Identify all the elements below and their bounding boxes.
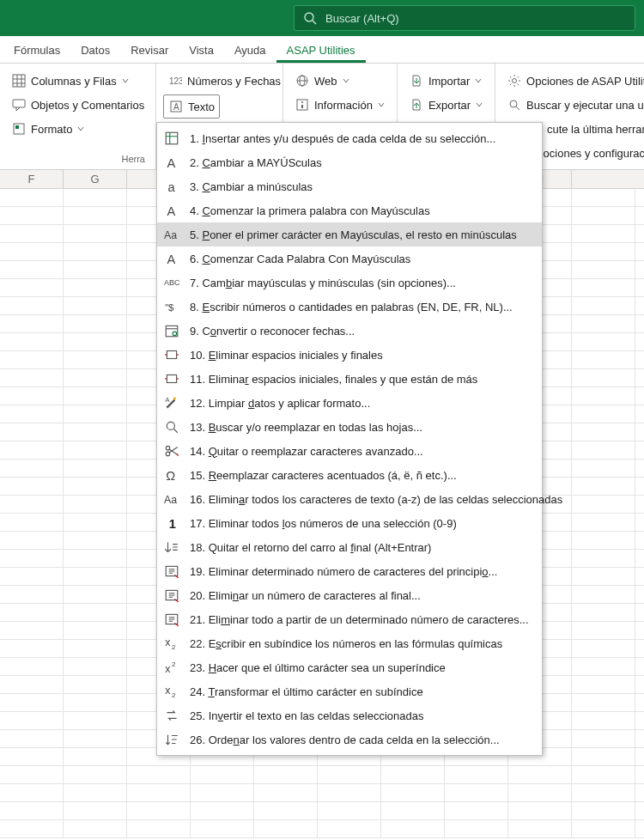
cell[interactable] <box>64 784 127 801</box>
cell[interactable] <box>381 820 445 837</box>
grid-row[interactable] <box>0 784 644 802</box>
cell[interactable] <box>191 802 254 819</box>
cell[interactable] <box>0 712 64 729</box>
grid-row[interactable] <box>0 820 644 838</box>
cell[interactable] <box>0 622 64 639</box>
menu-item-24[interactable]: x224. Transformar el último carácter en … <box>157 679 542 703</box>
menu-item-21[interactable]: 21. Eliminar todo a partir de un determi… <box>157 607 542 631</box>
cell[interactable] <box>0 586 64 603</box>
cell[interactable] <box>64 423 127 441</box>
cell[interactable] <box>318 802 381 819</box>
cell[interactable] <box>0 658 64 675</box>
cell[interactable] <box>572 820 635 837</box>
cell[interactable] <box>64 730 127 747</box>
menu-item-11[interactable]: 11. Eliminar espacios iniciales, finales… <box>157 367 542 391</box>
menu-item-12[interactable]: A12. Limpiar datos y aplicar formato... <box>157 391 542 415</box>
cell[interactable] <box>127 784 191 801</box>
cell[interactable] <box>572 207 635 224</box>
cell[interactable] <box>127 802 191 819</box>
cell[interactable] <box>191 784 254 801</box>
menu-item-14[interactable]: 14. Quitar o reemplazar caracteres avanz… <box>157 439 542 463</box>
objetos-comentarios-button[interactable]: Objetos y Comentarios <box>7 93 149 117</box>
cell[interactable] <box>572 279 635 296</box>
cell[interactable] <box>572 640 635 657</box>
cell[interactable] <box>64 225 127 242</box>
menu-item-13[interactable]: 13. Buscar y/o reemplazar en todas las h… <box>157 415 542 439</box>
tab-vista[interactable]: Vista <box>179 39 224 63</box>
cell[interactable] <box>64 387 127 405</box>
cell[interactable] <box>64 586 127 603</box>
cell[interactable] <box>64 604 127 621</box>
tab-asap-utilities[interactable]: ASAP Utilities <box>276 39 366 63</box>
cell[interactable] <box>64 550 127 567</box>
cell[interactable] <box>572 568 635 585</box>
cell[interactable] <box>0 496 64 513</box>
cell[interactable] <box>572 676 635 693</box>
cell[interactable] <box>0 315 64 332</box>
menu-item-6[interactable]: A6. Comenzar Cada Palabra Con Mayúsculas <box>157 247 542 271</box>
cell[interactable] <box>318 766 381 783</box>
menu-item-16[interactable]: Aa16. Eliminar todos los caracteres de t… <box>157 487 542 511</box>
cell[interactable] <box>572 550 635 567</box>
cell[interactable] <box>381 766 445 783</box>
cell[interactable] <box>0 784 64 801</box>
cell[interactable] <box>64 297 127 314</box>
cell[interactable] <box>64 207 127 224</box>
tab-ayuda[interactable]: Ayuda <box>224 39 276 63</box>
menu-item-7[interactable]: ABC7. Cambiar mayúsculas y minúsculas (s… <box>157 271 542 295</box>
cell[interactable] <box>508 766 572 783</box>
cell[interactable] <box>572 802 635 819</box>
cell[interactable] <box>0 441 64 459</box>
cell[interactable] <box>254 784 318 801</box>
informacion-button[interactable]: Información <box>290 93 390 117</box>
cell[interactable] <box>64 802 127 819</box>
cell[interactable] <box>0 514 64 531</box>
cell[interactable] <box>127 820 191 837</box>
cell[interactable] <box>64 478 127 495</box>
cell[interactable] <box>64 568 127 585</box>
cell[interactable] <box>64 189 127 206</box>
cell[interactable] <box>572 405 635 423</box>
numeros-fechas-button[interactable]: 123 Números y Fechas <box>163 69 276 93</box>
opciones-asap-button[interactable]: Opciones de ASAP Utilitie <box>502 69 644 93</box>
menu-item-8[interactable]: "$8. Escribir números o cantidades en pa… <box>157 295 542 319</box>
cell[interactable] <box>64 712 127 729</box>
cell[interactable] <box>572 658 635 675</box>
cell[interactable] <box>0 225 64 242</box>
cell[interactable] <box>254 820 318 837</box>
cell[interactable] <box>572 766 635 783</box>
cell[interactable] <box>64 315 127 332</box>
cell[interactable] <box>0 423 64 441</box>
cell[interactable] <box>64 261 127 278</box>
texto-button[interactable]: A Texto <box>163 94 220 119</box>
cell[interactable] <box>572 387 635 405</box>
cell[interactable] <box>572 189 635 206</box>
cell[interactable] <box>254 802 318 819</box>
cell[interactable] <box>318 784 381 801</box>
cell[interactable] <box>64 622 127 639</box>
cell[interactable] <box>0 279 64 296</box>
cell[interactable] <box>572 225 635 242</box>
cell[interactable] <box>445 784 508 801</box>
menu-item-4[interactable]: A4. Comenzar la primera palabra con Mayú… <box>157 198 542 222</box>
menu-item-9[interactable]: 9. Convertir o reconocer fechas... <box>157 319 542 343</box>
cell[interactable] <box>0 640 64 657</box>
cell[interactable] <box>572 243 635 260</box>
cell[interactable] <box>64 694 127 711</box>
cell[interactable] <box>0 802 64 819</box>
importar-button[interactable]: Importar <box>404 69 488 93</box>
cell[interactable] <box>64 532 127 549</box>
cell[interactable] <box>381 802 445 819</box>
columnas-filas-button[interactable]: Columnas y Filas <box>7 69 149 93</box>
cell[interactable] <box>572 604 635 621</box>
menu-item-26[interactable]: 26. Ordenar los valores dentro de cada c… <box>157 727 542 752</box>
cell[interactable] <box>572 478 635 495</box>
cell[interactable] <box>445 802 508 819</box>
search-box[interactable]: Buscar (Alt+Q) <box>294 5 635 31</box>
cell[interactable] <box>64 279 127 296</box>
cell[interactable] <box>572 297 635 314</box>
cell[interactable] <box>572 333 635 350</box>
cell[interactable] <box>0 730 64 747</box>
cell[interactable] <box>191 766 254 783</box>
menu-item-10[interactable]: 10. Eliminar espacios iniciales y finale… <box>157 343 542 367</box>
